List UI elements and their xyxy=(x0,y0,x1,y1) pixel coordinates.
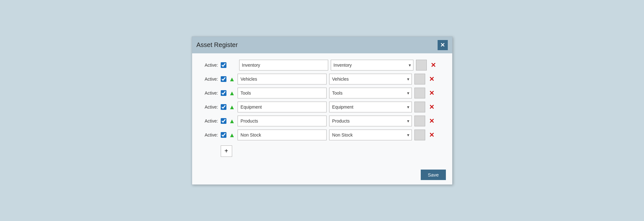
type-select-products[interactable]: InventoryVehiclesToolsEquipmentProductsN… xyxy=(329,116,412,126)
save-button[interactable]: Save xyxy=(421,170,446,180)
type-select-vehicles[interactable]: InventoryVehiclesToolsEquipmentProductsN… xyxy=(329,74,412,84)
row-vehicles: Active:▲InventoryVehiclesToolsEquipmentP… xyxy=(202,74,443,84)
active-label-inventory: Active: xyxy=(202,63,218,68)
type-select-wrapper-inventory: InventoryVehiclesToolsEquipmentProductsN… xyxy=(331,60,413,70)
add-row: + xyxy=(202,144,443,157)
up-arrow-products[interactable]: ▲ xyxy=(229,118,235,124)
active-checkbox-inventory[interactable] xyxy=(221,62,226,68)
color-button-equipment[interactable] xyxy=(414,102,425,112)
active-label-vehicles: Active: xyxy=(202,77,218,82)
name-input-inventory[interactable] xyxy=(239,60,328,70)
active-label-products: Active: xyxy=(202,118,218,124)
up-arrow-non-stock[interactable]: ▲ xyxy=(229,132,235,138)
delete-button-vehicles[interactable]: ✕ xyxy=(428,75,436,83)
delete-button-equipment[interactable]: ✕ xyxy=(428,103,436,111)
row-equipment: Active:▲InventoryVehiclesToolsEquipmentP… xyxy=(202,102,443,112)
name-input-vehicles[interactable] xyxy=(238,74,327,84)
delete-button-products[interactable]: ✕ xyxy=(428,117,436,125)
name-input-equipment[interactable] xyxy=(238,102,327,112)
row-tools: Active:▲InventoryVehiclesToolsEquipmentP… xyxy=(202,88,443,98)
type-select-tools[interactable]: InventoryVehiclesToolsEquipmentProductsN… xyxy=(329,88,412,98)
type-select-non-stock[interactable]: InventoryVehiclesToolsEquipmentProductsN… xyxy=(329,130,412,140)
up-arrow-tools[interactable]: ▲ xyxy=(229,90,235,96)
active-checkbox-products[interactable] xyxy=(221,118,226,124)
color-button-vehicles[interactable] xyxy=(414,74,425,84)
delete-button-inventory[interactable]: ✕ xyxy=(429,61,437,69)
active-label-non-stock: Active: xyxy=(202,132,218,137)
delete-button-non-stock[interactable]: ✕ xyxy=(428,131,436,139)
asset-register-dialog: Asset Register ✕ Active:InventoryVehicle… xyxy=(192,37,453,185)
name-input-tools[interactable] xyxy=(238,88,327,98)
delete-button-tools[interactable]: ✕ xyxy=(428,89,436,97)
name-input-products[interactable] xyxy=(238,116,327,126)
active-label-equipment: Active: xyxy=(202,104,218,110)
dialog-body: Active:InventoryVehiclesToolsEquipmentPr… xyxy=(192,53,452,166)
active-checkbox-tools[interactable] xyxy=(221,90,226,96)
add-button[interactable]: + xyxy=(221,145,232,157)
type-select-wrapper-vehicles: InventoryVehiclesToolsEquipmentProductsN… xyxy=(329,74,412,84)
type-select-wrapper-equipment: InventoryVehiclesToolsEquipmentProductsN… xyxy=(329,102,412,112)
row-non-stock: Active:▲InventoryVehiclesToolsEquipmentP… xyxy=(202,130,443,140)
active-label-tools: Active: xyxy=(202,90,218,96)
dialog-title: Asset Register xyxy=(197,41,238,49)
type-select-inventory[interactable]: InventoryVehiclesToolsEquipmentProductsN… xyxy=(331,60,413,70)
dialog-footer: Save xyxy=(192,166,452,184)
active-checkbox-non-stock[interactable] xyxy=(221,132,226,138)
up-arrow-vehicles[interactable]: ▲ xyxy=(229,76,235,82)
color-button-non-stock[interactable] xyxy=(414,130,425,140)
color-button-tools[interactable] xyxy=(414,88,425,98)
row-inventory: Active:InventoryVehiclesToolsEquipmentPr… xyxy=(202,60,443,70)
type-select-equipment[interactable]: InventoryVehiclesToolsEquipmentProductsN… xyxy=(329,102,412,112)
rows-container: Active:InventoryVehiclesToolsEquipmentPr… xyxy=(202,60,443,140)
type-select-wrapper-products: InventoryVehiclesToolsEquipmentProductsN… xyxy=(329,116,412,126)
close-button[interactable]: ✕ xyxy=(438,40,448,50)
up-arrow-equipment[interactable]: ▲ xyxy=(229,104,235,110)
active-checkbox-vehicles[interactable] xyxy=(221,76,226,82)
dialog-header: Asset Register ✕ xyxy=(192,37,452,53)
color-button-inventory[interactable] xyxy=(416,60,427,70)
type-select-wrapper-non-stock: InventoryVehiclesToolsEquipmentProductsN… xyxy=(329,130,412,140)
name-input-non-stock[interactable] xyxy=(238,130,327,140)
active-checkbox-equipment[interactable] xyxy=(221,104,226,110)
type-select-wrapper-tools: InventoryVehiclesToolsEquipmentProductsN… xyxy=(329,88,412,98)
row-products: Active:▲InventoryVehiclesToolsEquipmentP… xyxy=(202,116,443,126)
color-button-products[interactable] xyxy=(414,116,425,126)
